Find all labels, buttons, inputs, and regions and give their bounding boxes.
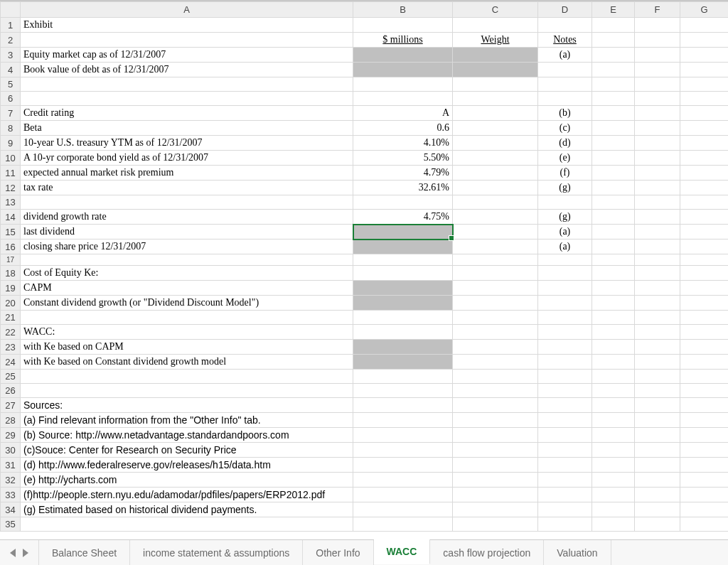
col-header-A[interactable]: A	[21, 2, 353, 18]
col-header-B[interactable]: B	[353, 2, 453, 18]
tab-prev-icon[interactable]	[10, 549, 16, 557]
row-header[interactable]: 11	[1, 166, 21, 181]
col-header-D[interactable]: D	[538, 2, 592, 18]
cell-D16[interactable]: (a)	[538, 240, 592, 254]
row-header[interactable]: 28	[1, 413, 21, 428]
cell-B24[interactable]	[353, 355, 453, 370]
cell-B12[interactable]: 32.61%	[353, 181, 453, 195]
cell-A24[interactable]: with Ke based on Constant dividend growt…	[21, 355, 353, 370]
row-header[interactable]: 4	[1, 63, 21, 77]
row-header[interactable]: 10	[1, 151, 21, 166]
cell-D7[interactable]: (b)	[538, 106, 592, 121]
row-header[interactable]: 5	[1, 77, 21, 92]
cell-B4[interactable]	[353, 63, 453, 77]
cell-B8[interactable]: 0.6	[353, 121, 453, 136]
cell-B20[interactable]	[353, 296, 453, 311]
row-header[interactable]: 8	[1, 121, 21, 136]
row-header[interactable]: 9	[1, 136, 21, 151]
cell-A7[interactable]: Credit rating	[21, 106, 353, 121]
cell-A20[interactable]: Constant dividend growth (or "Dividend D…	[21, 296, 353, 311]
cell-B9[interactable]: 4.10%	[353, 136, 453, 151]
row-header[interactable]: 33	[1, 488, 21, 502]
cell-A32[interactable]: (e) http://ycharts.com	[21, 473, 353, 488]
row-header[interactable]: 17	[1, 254, 21, 266]
cell-B14[interactable]: 4.75%	[353, 210, 453, 225]
cell-A8[interactable]: Beta	[21, 121, 353, 136]
cell-A19[interactable]: CAPM	[21, 281, 353, 296]
cell-C3[interactable]	[453, 48, 538, 63]
cell-B1[interactable]	[353, 18, 453, 33]
cell-A14[interactable]: dividend growth rate	[21, 210, 353, 225]
row-header[interactable]: 3	[1, 48, 21, 63]
cell-A23[interactable]: with Ke based on CAPM	[21, 340, 353, 355]
cell-D10[interactable]: (e)	[538, 151, 592, 166]
cell-A12[interactable]: tax rate	[21, 181, 353, 195]
row-header[interactable]: 16	[1, 240, 21, 254]
row-header[interactable]: 21	[1, 311, 21, 325]
cell-B23[interactable]	[353, 340, 453, 355]
cell-D14[interactable]: (g)	[538, 210, 592, 225]
cell-A27[interactable]: Sources:	[21, 398, 353, 413]
select-all-corner[interactable]	[1, 2, 21, 18]
cell-C2[interactable]: Weight	[453, 33, 538, 48]
tab-wacc[interactable]: WACC	[374, 539, 431, 564]
row-header[interactable]: 25	[1, 370, 21, 384]
cell-A9[interactable]: 10-year U.S. treasury YTM as of 12/31/20…	[21, 136, 353, 151]
cell-D3[interactable]: (a)	[538, 48, 592, 63]
cell-D8[interactable]: (c)	[538, 121, 592, 136]
cell-B3[interactable]	[353, 48, 453, 63]
row-header[interactable]: 2	[1, 33, 21, 48]
cell-B10[interactable]: 5.50%	[353, 151, 453, 166]
row-header[interactable]: 19	[1, 281, 21, 296]
row-header[interactable]: 26	[1, 384, 21, 398]
tab-balance-sheet[interactable]: Balance Sheet	[39, 540, 130, 565]
row-header[interactable]: 14	[1, 210, 21, 225]
column-header-row[interactable]: A B C D E F G	[1, 2, 729, 18]
tab-cash-flow[interactable]: cash flow projection	[430, 540, 544, 565]
cell-B19[interactable]	[353, 281, 453, 296]
row-header[interactable]: 24	[1, 355, 21, 370]
cell-A4[interactable]: Book value of debt as of 12/31/2007	[21, 63, 353, 77]
cell-D2[interactable]: Notes	[538, 33, 592, 48]
row-header[interactable]: 15	[1, 225, 21, 240]
cell-A18[interactable]: Cost of Equity Ke:	[21, 266, 353, 281]
col-header-G[interactable]: G	[680, 2, 729, 18]
row-header[interactable]: 29	[1, 428, 21, 443]
row-header[interactable]: 35	[1, 517, 21, 532]
row-header[interactable]: 7	[1, 106, 21, 121]
cell-B11[interactable]: 4.79%	[353, 166, 453, 181]
row-header[interactable]: 1	[1, 18, 21, 33]
row-header[interactable]: 34	[1, 502, 21, 517]
cell-D12[interactable]: (g)	[538, 181, 592, 195]
grid-area[interactable]: A B C D E F G 1 Exhibit 2 $	[0, 1, 728, 539]
row-header[interactable]: 31	[1, 458, 21, 473]
col-header-C[interactable]: C	[453, 2, 538, 18]
col-header-E[interactable]: E	[592, 2, 635, 18]
tab-income-statement[interactable]: income statement & assumptions	[130, 540, 303, 565]
cell-D11[interactable]: (f)	[538, 166, 592, 181]
cell-C4[interactable]	[453, 63, 538, 77]
cell-A10[interactable]: A 10-yr corporate bond yield as of 12/31…	[21, 151, 353, 166]
cell-A28[interactable]: (a) Find relevant information from the "…	[21, 413, 353, 428]
cell-A16[interactable]: closing share price 12/31/2007	[21, 240, 353, 254]
cell-A33[interactable]: (f)http://people.stern.nyu.edu/adamodar/…	[21, 488, 353, 502]
col-header-F[interactable]: F	[635, 2, 680, 18]
cell-A15[interactable]: last dividend	[21, 225, 353, 240]
tab-next-icon[interactable]	[23, 549, 28, 557]
row-header[interactable]: 27	[1, 398, 21, 413]
tab-valuation[interactable]: Valuation	[544, 540, 611, 565]
tab-other-info[interactable]: Other Info	[303, 540, 373, 565]
cell-D9[interactable]: (d)	[538, 136, 592, 151]
cell-B16[interactable]	[353, 240, 453, 254]
cell-A29[interactable]: (b) Source: http://www.netadvantage.stan…	[21, 428, 353, 443]
cell-B2[interactable]: $ millions	[353, 33, 453, 48]
cell-A11[interactable]: expected annual market risk premium	[21, 166, 353, 181]
cell-B15-selected[interactable]	[353, 225, 453, 240]
cell-A30[interactable]: (c)Souce: Center for Research on Securit…	[21, 443, 353, 458]
cell-A34[interactable]: (g) Estimated based on historical divide…	[21, 502, 353, 517]
row-header[interactable]: 12	[1, 181, 21, 195]
cell-A31[interactable]: (d) http://www.federalreserve.gov/releas…	[21, 458, 353, 473]
cell-B7[interactable]: A	[353, 106, 453, 121]
cell-D15[interactable]: (a)	[538, 225, 592, 240]
row-header[interactable]: 30	[1, 443, 21, 458]
